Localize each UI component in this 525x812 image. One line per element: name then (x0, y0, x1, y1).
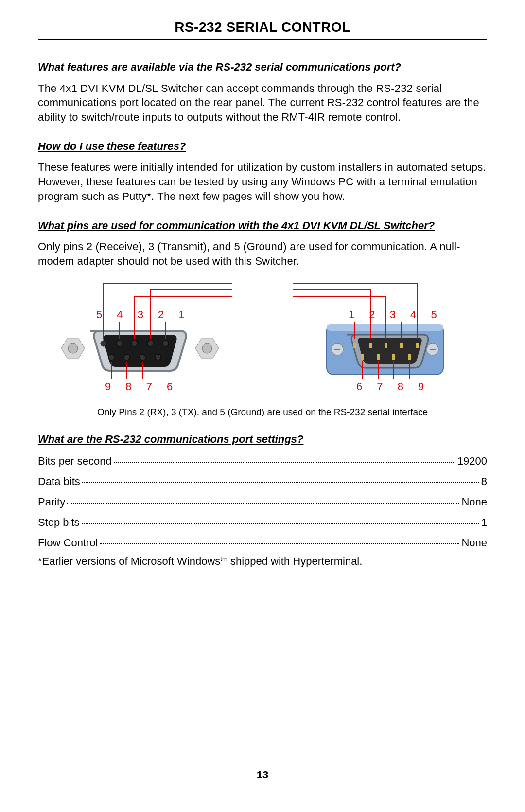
right-top-pins: 1 2 3 4 5 (349, 308, 443, 321)
svg-point-4 (101, 341, 106, 346)
setting-value: 19200 (457, 455, 487, 468)
svg-point-9 (108, 354, 114, 360)
page-title: RS-232 SERIAL CONTROL (38, 19, 487, 35)
svg-point-7 (147, 341, 153, 346)
setting-label: Parity (38, 496, 65, 508)
footnote-post: shipped with Hyperterminal. (228, 556, 363, 568)
setting-value: 8 (481, 475, 487, 488)
svg-point-8 (163, 341, 169, 346)
svg-point-1 (68, 343, 78, 353)
db9-female-connector: 5 4 3 2 1 (48, 275, 232, 402)
footnote-pre: *Earlier versions of Microsoft Windows (38, 556, 220, 568)
left-top-pins: 5 4 3 2 1 (96, 308, 191, 321)
leader-dots (114, 451, 455, 463)
svg-rect-23 (327, 324, 443, 331)
question-3: What pins are used for communication wit… (38, 218, 487, 233)
svg-point-5 (116, 341, 122, 346)
answer-2: These features were initially intended f… (38, 160, 487, 203)
setting-label: Flow Control (38, 537, 98, 549)
svg-rect-30 (385, 343, 387, 348)
svg-point-10 (124, 354, 130, 360)
left-bottom-pins: 9 8 7 6 (105, 380, 178, 393)
question-1: What features are available via the RS-2… (38, 60, 487, 74)
leader-dots (82, 471, 479, 483)
setting-label: Data bits (38, 475, 80, 488)
leader-dots (82, 512, 479, 524)
question-4: What are the RS-232 communications port … (38, 432, 487, 447)
svg-rect-34 (377, 354, 380, 360)
setting-row: Data bits 8 (38, 473, 487, 488)
footnote-sup: tm (220, 555, 227, 562)
setting-row: Bits per second 19200 (38, 453, 487, 468)
setting-label: Stop bits (38, 516, 80, 529)
footnote: *Earlier versions of Microsoft Windowstm… (38, 555, 487, 568)
setting-value: 1 (481, 516, 487, 529)
setting-value: None (461, 496, 487, 508)
svg-rect-31 (400, 343, 403, 348)
leader-dots (100, 533, 459, 544)
right-bottom-pins: 6 7 8 9 (356, 380, 430, 393)
svg-point-3 (202, 343, 212, 353)
setting-value: None (461, 537, 487, 549)
svg-point-6 (132, 341, 138, 346)
answer-1: The 4x1 DVI KVM DL/SL Switcher can accep… (38, 81, 487, 125)
answer-3: Only pins 2 (Receive), 3 (Transmit), and… (38, 239, 487, 268)
svg-rect-33 (361, 354, 364, 360)
setting-label: Bits per second (38, 455, 112, 468)
leader-dots (67, 492, 459, 504)
svg-point-11 (140, 354, 145, 360)
svg-rect-28 (353, 343, 356, 348)
svg-rect-32 (416, 343, 419, 348)
db9-male-connector: 1 2 3 4 5 (293, 275, 477, 402)
setting-row: Parity None (38, 494, 487, 508)
setting-row: Stop bits 1 (38, 514, 487, 529)
diagram-caption: Only Pins 2 (RX), 3 (TX), and 5 (Ground)… (38, 407, 487, 417)
connector-diagrams: 5 4 3 2 1 (38, 275, 487, 402)
svg-point-12 (155, 354, 161, 360)
setting-row: Flow Control None (38, 535, 487, 549)
hex-nut-right (195, 339, 219, 358)
svg-rect-35 (392, 354, 395, 360)
hex-nut-left (61, 339, 85, 358)
page-number: 13 (0, 769, 525, 781)
svg-rect-36 (408, 354, 411, 360)
question-2: How do I use these features? (38, 139, 487, 154)
svg-rect-29 (369, 343, 372, 348)
title-rule (38, 39, 487, 40)
